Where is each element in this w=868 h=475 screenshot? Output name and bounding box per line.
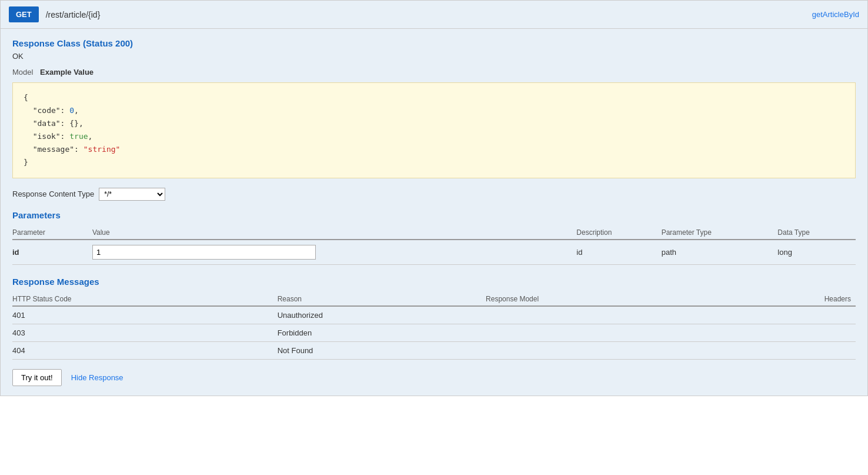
example-value-tab[interactable]: Example Value: [40, 67, 94, 78]
headers-403: [725, 324, 856, 341]
try-it-out-button[interactable]: Try it out!: [12, 369, 62, 386]
endpoint-path: /rest/article/{id}: [46, 10, 812, 19]
messages-table-header: HTTP Status Code Reason Response Model H…: [12, 293, 856, 306]
model-tabs: Model Example Value: [12, 67, 856, 78]
operation-id: getArticleById: [812, 10, 859, 19]
model-403: [486, 324, 725, 341]
headers-404: [725, 341, 856, 359]
response-messages-section: Response Messages HTTP Status Code Reaso…: [12, 277, 856, 360]
json-line-6: }: [24, 156, 844, 169]
json-line-2: "code": 0,: [24, 104, 844, 117]
col-response-model: Response Model: [486, 293, 725, 306]
parameters-section: Parameters Parameter Value Description P…: [12, 210, 856, 265]
api-container: GET /rest/article/{id} getArticleById Re…: [0, 0, 868, 396]
json-line-3: "data": {},: [24, 117, 844, 130]
bottom-actions-row: Try it out! Hide Response: [12, 369, 856, 386]
content-type-label: Response Content Type: [12, 190, 94, 198]
json-line-1: {: [24, 91, 844, 104]
table-row: 403 Forbidden: [12, 324, 856, 341]
param-id-input[interactable]: [92, 245, 316, 260]
table-row: 404 Not Found: [12, 341, 856, 359]
col-reason: Reason: [278, 293, 486, 306]
content-area: Response Class (Status 200) OK Model Exa…: [1, 29, 867, 396]
col-http-status: HTTP Status Code: [12, 293, 278, 306]
json-example-box: { "code": 0, "data": {}, "isok": true, "…: [12, 82, 856, 178]
param-value-cell: [92, 240, 576, 265]
param-type-cell: path: [662, 240, 778, 265]
model-404: [486, 341, 725, 359]
status-code-404: 404: [12, 341, 278, 359]
headers-401: [725, 306, 856, 324]
table-row: id id path long: [12, 240, 856, 265]
messages-table: HTTP Status Code Reason Response Model H…: [12, 293, 856, 360]
reason-not-found: Not Found: [278, 341, 486, 359]
param-name-cell: id: [12, 240, 92, 265]
param-data-type-cell: long: [777, 240, 856, 265]
col-parameter: Parameter: [12, 226, 92, 240]
status-ok-text: OK: [12, 52, 856, 61]
messages-table-body: 401 Unauthorized 403 Forbidden 404 Not F…: [12, 306, 856, 360]
params-table-body: id id path long: [12, 240, 856, 265]
content-type-select[interactable]: */* application/json text/plain: [99, 188, 165, 201]
json-line-4: "isok": true,: [24, 130, 844, 143]
reason-forbidden: Forbidden: [278, 324, 486, 341]
col-value: Value: [92, 226, 576, 240]
json-line-5: "message": "string": [24, 143, 844, 156]
status-code-401: 401: [12, 306, 278, 324]
table-row: 401 Unauthorized: [12, 306, 856, 324]
params-table-header: Parameter Value Description Parameter Ty…: [12, 226, 856, 240]
response-class-section: Response Class (Status 200) OK Model Exa…: [12, 38, 856, 178]
col-description: Description: [576, 226, 661, 240]
hide-response-link[interactable]: Hide Response: [71, 373, 123, 382]
status-code-403: 403: [12, 324, 278, 341]
endpoint-header: GET /rest/article/{id} getArticleById: [1, 1, 867, 29]
model-401: [486, 306, 725, 324]
model-tab[interactable]: Model: [12, 67, 33, 78]
method-badge: GET: [9, 6, 39, 22]
response-messages-title: Response Messages: [12, 277, 856, 287]
content-type-row: Response Content Type */* application/js…: [12, 188, 856, 201]
col-param-type: Parameter Type: [662, 226, 778, 240]
col-data-type: Data Type: [777, 226, 856, 240]
reason-unauthorized: Unauthorized: [278, 306, 486, 324]
col-headers: Headers: [725, 293, 856, 306]
parameters-table: Parameter Value Description Parameter Ty…: [12, 226, 856, 265]
response-class-title: Response Class (Status 200): [12, 38, 856, 48]
param-description-cell: id: [576, 240, 661, 265]
parameters-title: Parameters: [12, 210, 856, 220]
